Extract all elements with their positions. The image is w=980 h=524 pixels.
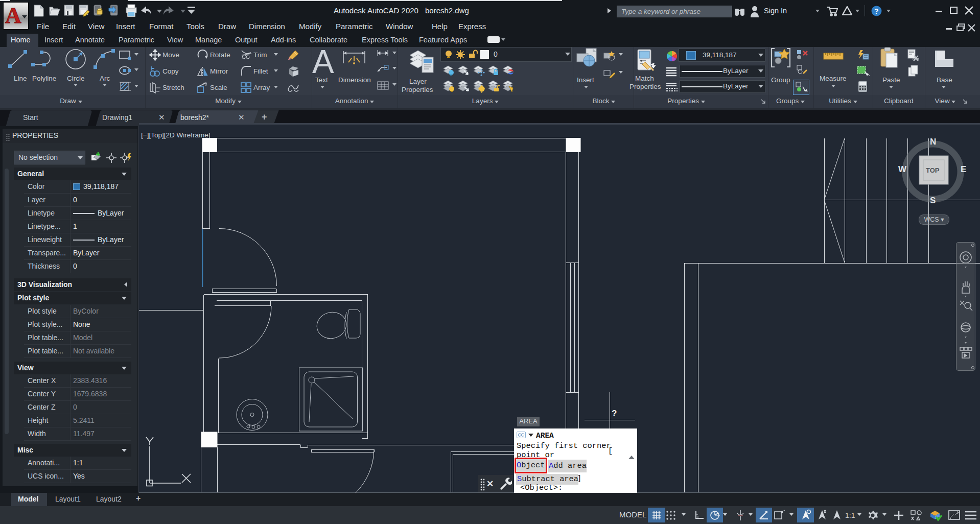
svg-text:S: S xyxy=(930,196,936,205)
svg-text:TOP: TOP xyxy=(926,166,940,174)
svg-text:E: E xyxy=(961,164,966,174)
svg-text:N: N xyxy=(930,137,936,147)
svg-text:?: ? xyxy=(874,7,879,15)
svg-text:W: W xyxy=(898,164,907,174)
svg-text:A: A xyxy=(5,3,21,28)
